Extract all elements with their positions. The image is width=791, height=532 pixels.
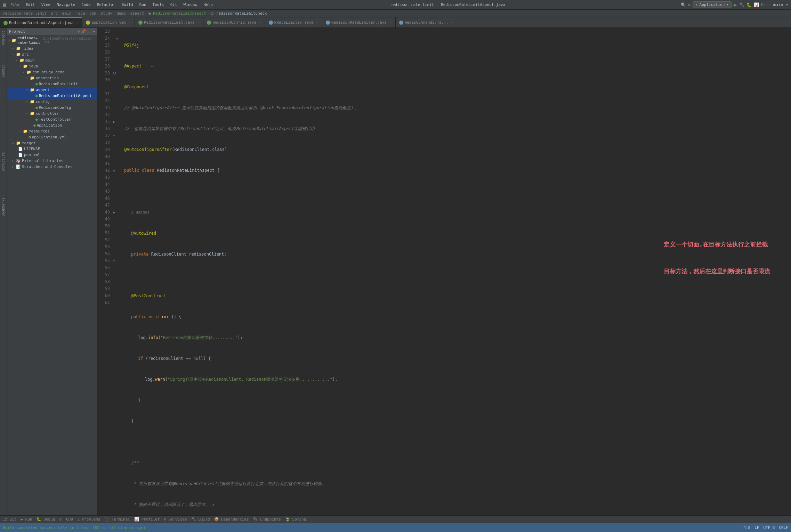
tree-annotation[interactable]: ▾ 📁 annotation (7, 75, 97, 81)
tab-config-file[interactable]: RedissonConfig.java ✕ (203, 17, 265, 27)
bottom-tab-endpoints[interactable]: 🔌 Endpoints (253, 517, 281, 522)
tree-idea[interactable]: ▸ 📁 .idea (7, 46, 97, 51)
tab-yml-file[interactable]: application.yml ✕ (82, 17, 135, 27)
tab-close-icon4[interactable]: ✕ (316, 20, 318, 25)
circle-gutter-37: ○ (113, 134, 115, 138)
tree-aspect-folder[interactable]: ▾ 📁 aspect (7, 87, 97, 93)
tree-pomxml[interactable]: 📄 pom.xml (7, 152, 97, 158)
menu-file[interactable]: File (8, 2, 22, 8)
bottom-tab-todo[interactable]: ☑ TODO (59, 517, 73, 522)
bottom-tab-spring[interactable]: 🍃 Spring (285, 517, 306, 522)
run-gutter-48[interactable]: ▶ (113, 210, 115, 214)
bottom-tab-debug[interactable]: 🐛 Debug (37, 517, 55, 522)
breadcrumb-method[interactable]: ⬡ redissonRateLimitCheck (210, 11, 267, 16)
tab-rratelimiter-file[interactable]: RRateLimiter.java ✕ (265, 17, 322, 27)
tab-close-icon2[interactable]: ✕ (197, 20, 200, 25)
tree-scratches[interactable]: ▸ 📝 Scratches and Consoles (7, 164, 97, 170)
tree-testcontroller[interactable]: ● TestController (7, 116, 97, 122)
settings-icon[interactable]: ⚙ (688, 2, 691, 7)
tree-resources[interactable]: ▾ 📁 resources (7, 128, 97, 134)
cursor-position[interactable]: 4:8 (743, 525, 750, 530)
build-button[interactable]: 🔨 (739, 2, 744, 7)
tree-controller-folder[interactable]: ▾ 📁 controller (7, 111, 97, 116)
bottom-tab-run[interactable]: ▶ Run (21, 517, 32, 522)
structure-tab-icon[interactable]: Structure (1, 151, 6, 172)
menu-build[interactable]: Build (120, 2, 135, 8)
sidebar-gear-icon[interactable]: ⚙ (78, 29, 80, 34)
breadcrumb-main[interactable]: main (62, 11, 72, 16)
run-gutter-35[interactable]: ▶ (113, 120, 115, 124)
menu-edit[interactable]: Edit (24, 2, 37, 8)
commit-tab-icon[interactable]: Commit (1, 63, 6, 79)
tab-close-icon[interactable]: ✕ (129, 20, 131, 25)
tree-package[interactable]: ▾ 📁 com.study.demo (7, 69, 97, 75)
tree-aspectclass[interactable]: ● RedissonRateLimitAspect (7, 93, 97, 99)
bottom-tab-problems[interactable]: ⚠ Problems (77, 517, 100, 522)
tree-applicationyml-label: application.yml (32, 135, 66, 139)
tab-redissonratelimiter-file[interactable]: RedissonRateLimiter.java ✕ (322, 17, 396, 27)
coverage-button[interactable]: 📊 (754, 2, 759, 7)
breadcrumb-com[interactable]: com (89, 11, 96, 16)
menu-refactor[interactable]: Refactor (95, 2, 118, 8)
menu-run[interactable]: Run (137, 2, 148, 8)
bottom-tab-build[interactable]: 🔨 Build (191, 517, 210, 522)
run-config-dropdown[interactable]: ▶ Application ▾ (693, 1, 732, 8)
tree-applicationyml[interactable]: ⚙ application.yml (7, 134, 97, 140)
bottom-tab-profiler[interactable]: 📊 Profiler (134, 517, 160, 522)
file-icon-xml: 📄 (18, 153, 23, 157)
breadcrumb-src[interactable]: src (51, 11, 58, 16)
code-editor[interactable]: 23 24 25 26 27 28 29 30 31 32 33 34 35 3… (97, 28, 791, 515)
breadcrumb-study[interactable]: study (101, 11, 112, 16)
tree-config-folder[interactable]: ▾ 📁 config (7, 99, 97, 105)
tree-src[interactable]: ▾ 📁 src (7, 51, 97, 57)
tree-java[interactable]: ▾ 📁 java (7, 63, 97, 69)
bottom-tab-dependencies[interactable]: 📦 Dependencies (214, 517, 249, 522)
cn-line1: 定义一个切面,在目标方法执行之前拦截 (664, 240, 770, 249)
breadcrumb-project[interactable]: redisson-rate-limit (3, 11, 47, 16)
bottom-tab-git[interactable]: ⎇ Git (3, 517, 17, 522)
bookmarks-tab-icon[interactable]: Bookmarks (1, 196, 6, 218)
project-tab-icon[interactable]: Project (1, 29, 6, 47)
tab-ratelimit-file[interactable]: RedissonRateLimit.java ✕ (135, 17, 203, 27)
bottom-tab-terminal[interactable]: ⬛ Terminal (104, 517, 130, 522)
tab-close-icon[interactable]: ✕ (76, 21, 79, 25)
menu-help[interactable]: Help (201, 2, 215, 8)
tree-arrow-main: ▾ (15, 58, 19, 63)
menu-git[interactable]: Git (168, 2, 179, 8)
menu-navigate[interactable]: Navigate (55, 2, 77, 8)
tree-root[interactable]: ▾ 📁 redisson-rate-limit D:\IdeaProjects\… (7, 35, 97, 46)
menu-view[interactable]: View (39, 2, 53, 8)
menu-window[interactable]: Window (181, 2, 200, 8)
tree-license[interactable]: 📄 LICENSE (7, 146, 97, 152)
run-button[interactable]: ▶ (734, 1, 737, 8)
tree-redissonratelimit[interactable]: ● RedissonRateLimit (7, 81, 97, 87)
code-content[interactable]: @Slf4j @Aspect ← @Component // @AutoConf… (121, 28, 791, 515)
breadcrumb-aspect[interactable]: aspect (130, 11, 144, 16)
sidebar-settings-icon[interactable]: ⋮ (87, 29, 91, 34)
tab-close-icon5[interactable]: ✕ (389, 20, 392, 25)
git-branch[interactable]: main ▾ (773, 2, 788, 7)
encoding[interactable]: UTF-8 (763, 525, 775, 530)
tree-external-libs[interactable]: ▸ 📚 External Libraries (7, 158, 97, 164)
sidebar-pin-icon[interactable]: 📌 (81, 29, 86, 34)
bottom-tab-services[interactable]: ⚙ Services (164, 517, 187, 522)
tree-main[interactable]: ▾ 📁 main (7, 57, 97, 63)
tab-close-icon6[interactable]: ✕ (451, 20, 453, 25)
tab-aspect-file[interactable]: RedissonRateLimitAspect.java ✕ (0, 17, 82, 27)
sidebar-minimize-icon[interactable]: − (92, 29, 95, 34)
tree-redissonconfig[interactable]: ● RedissonConfig (7, 105, 97, 111)
breadcrumb-demo[interactable]: demo (116, 11, 126, 16)
search-icon[interactable]: 🔍 (681, 2, 686, 7)
tree-target[interactable]: ▸ 📁 target (7, 140, 97, 146)
tab-rediscommands-file[interactable]: RedisCommands.ja... ✕ (396, 17, 457, 27)
tree-application[interactable]: ● Application (7, 122, 97, 128)
tab-close-icon3[interactable]: ✕ (259, 20, 261, 25)
breadcrumb-class[interactable]: ● RedissonRateLimitAspect (148, 11, 206, 16)
breadcrumb-java[interactable]: java (76, 11, 85, 16)
editor-content[interactable]: 23 24 25 26 27 28 29 30 31 32 33 34 35 3… (97, 28, 791, 515)
crlf[interactable]: CRLF (779, 525, 789, 530)
menu-tools[interactable]: Tools (151, 2, 166, 8)
menu-code[interactable]: Code (79, 2, 93, 8)
debug-button[interactable]: 🐛 (746, 2, 752, 7)
line-sep[interactable]: LF (754, 525, 759, 530)
